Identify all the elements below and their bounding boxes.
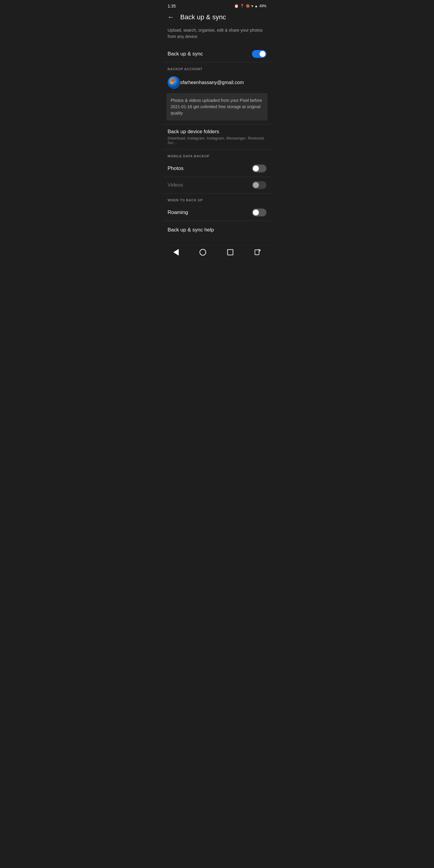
- device-folders-title: Back up device folders: [167, 129, 267, 135]
- device-folders-subtitle: Download, Instagram, Instagram, Messenge…: [167, 136, 267, 145]
- page-title: Back up & sync: [180, 13, 226, 21]
- pixel-info-box: Photos & videos uploaded from your Pixel…: [166, 93, 268, 121]
- backup-sync-label: Back up & sync: [167, 51, 203, 57]
- photos-toggle[interactable]: [252, 164, 267, 173]
- mobile-data-header: MOBILE DATA BACKUP: [163, 150, 271, 160]
- videos-toggle-knob: [253, 182, 259, 188]
- toolbar: ← Back up & sync: [163, 11, 271, 25]
- photos-row: Photos: [163, 160, 271, 177]
- status-icons: ⏰ 📍 🔕 ▾ ▲ 49%: [234, 4, 267, 8]
- nav-back-icon: [173, 249, 179, 255]
- account-avatar: [167, 76, 180, 89]
- videos-row: Videos: [163, 177, 271, 193]
- help-row[interactable]: Back up & sync help: [163, 221, 271, 239]
- help-label: Back up & sync help: [167, 227, 267, 233]
- account-row[interactable]: sfarheenhassany@gmail.com: [163, 73, 271, 93]
- nav-bar: [163, 245, 271, 258]
- battery-icon: 49%: [259, 4, 267, 8]
- alarm-icon: ⏰: [234, 4, 239, 8]
- back-button[interactable]: ←: [167, 14, 174, 21]
- photos-toggle-knob: [253, 165, 259, 172]
- location-icon: 📍: [240, 4, 244, 8]
- nav-rotate-icon: [254, 249, 261, 255]
- svg-rect-0: [255, 250, 259, 255]
- roaming-row: Roaming: [163, 204, 271, 221]
- nav-rotate-button[interactable]: [254, 249, 261, 255]
- notifications-muted-icon: 🔕: [246, 4, 250, 8]
- signal-icon: ▲: [254, 4, 258, 8]
- backup-account-header: BACKUP ACCOUNT: [163, 62, 271, 73]
- roaming-toggle-knob: [253, 210, 259, 216]
- nav-back-button[interactable]: [173, 249, 179, 255]
- account-email: sfarheenhassany@gmail.com: [180, 80, 244, 85]
- backup-sync-row: Back up & sync: [163, 46, 271, 62]
- nav-recent-icon: [227, 249, 233, 255]
- roaming-toggle[interactable]: [252, 209, 267, 216]
- nav-home-button[interactable]: [199, 249, 206, 255]
- status-time: 1:35: [167, 4, 176, 8]
- wifi-icon: ▾: [251, 4, 253, 8]
- photos-label: Photos: [167, 165, 184, 172]
- pixel-info-text: Photos & videos uploaded from your Pixel…: [170, 97, 264, 116]
- backup-sync-toggle[interactable]: [252, 50, 267, 58]
- status-bar: 1:35 ⏰ 📍 🔕 ▾ ▲ 49%: [163, 0, 271, 11]
- videos-toggle[interactable]: [252, 181, 267, 189]
- when-backup-header: WHEN TO BACK UP: [163, 193, 271, 204]
- roaming-label: Roaming: [167, 210, 188, 216]
- nav-home-icon: [199, 249, 206, 255]
- backup-sync-toggle-knob: [259, 51, 266, 57]
- page-description: Upload, search, organise, edit & share y…: [163, 25, 271, 46]
- device-folders-row[interactable]: Back up device folders Download, Instagr…: [163, 124, 271, 149]
- videos-label: Videos: [167, 182, 183, 188]
- nav-recent-button[interactable]: [227, 249, 233, 255]
